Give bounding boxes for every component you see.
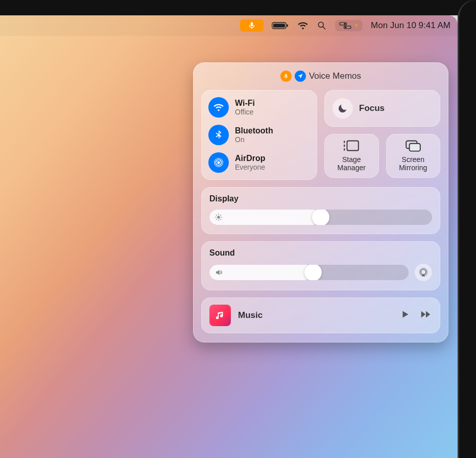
- svg-rect-13: [344, 145, 345, 147]
- microphone-pill-icon: [280, 71, 292, 82]
- svg-point-27: [421, 269, 426, 274]
- sound-block: Sound: [201, 241, 440, 290]
- airplay-icon: [418, 267, 429, 278]
- bluetooth-title: Bluetooth: [235, 126, 273, 135]
- music-app-icon: [209, 305, 231, 326]
- connectivity-tile: Wi-Fi Office Bluetooth On: [201, 90, 317, 180]
- bluetooth-status: On: [235, 135, 273, 144]
- bluetooth-icon: [208, 125, 229, 145]
- wifi-title: Wi-Fi: [235, 99, 255, 108]
- forward-icon: [419, 309, 432, 320]
- now-playing-title: Music: [238, 310, 392, 320]
- play-icon: [399, 309, 411, 320]
- svg-point-3: [318, 22, 323, 27]
- next-track-button[interactable]: [419, 309, 432, 322]
- now-playing-tile[interactable]: Music: [201, 297, 440, 333]
- svg-point-6: [344, 23, 345, 25]
- location-pill-icon: [295, 71, 306, 82]
- menu-bar: Mon Jun 10 9:41 AM: [0, 15, 458, 36]
- screen-mirroring-icon: [404, 139, 422, 152]
- spotlight-icon[interactable]: [317, 20, 327, 31]
- svg-rect-1: [273, 24, 285, 28]
- display-label: Display: [209, 194, 432, 203]
- location-arrow-icon: [353, 23, 359, 28]
- microphone-icon: [247, 21, 256, 30]
- svg-rect-12: [344, 141, 345, 143]
- sound-volume-slider[interactable]: [209, 265, 409, 280]
- focus-title: Focus: [359, 103, 385, 113]
- svg-line-24: [220, 219, 221, 219]
- control-center-panel: Voice Memos Wi-Fi Office: [193, 62, 448, 342]
- svg-line-25: [216, 219, 217, 219]
- stage-manager-icon: [343, 139, 360, 152]
- svg-rect-14: [344, 148, 345, 150]
- svg-rect-15: [347, 141, 359, 150]
- airdrop-icon: [208, 152, 229, 173]
- wifi-status: Office: [235, 108, 255, 116]
- airdrop-control[interactable]: AirDrop Everyone: [208, 152, 310, 173]
- active-media-header[interactable]: Voice Memos: [201, 70, 440, 83]
- svg-point-18: [217, 216, 220, 218]
- menu-bar-datetime[interactable]: Mon Jun 10 9:41 AM: [371, 20, 450, 31]
- battery-icon[interactable]: [272, 21, 289, 30]
- moon-icon: [332, 98, 353, 119]
- airdrop-title: AirDrop: [235, 154, 266, 163]
- bluetooth-control[interactable]: Bluetooth On: [208, 125, 310, 145]
- svg-line-26: [220, 215, 221, 215]
- screen-mirroring-label: Screen Mirroring: [399, 155, 427, 172]
- svg-rect-2: [287, 24, 288, 27]
- wifi-icon[interactable]: [297, 20, 308, 31]
- play-button[interactable]: [399, 309, 411, 322]
- control-center-icon: [339, 22, 351, 29]
- svg-point-9: [217, 161, 220, 164]
- airdrop-status: Everyone: [235, 163, 266, 171]
- svg-rect-17: [409, 144, 420, 151]
- wifi-control[interactable]: Wi-Fi Office: [208, 97, 310, 118]
- stage-manager-label: Stage Manager: [338, 155, 366, 172]
- display-block: Display: [201, 187, 440, 234]
- active-media-label: Voice Memos: [309, 71, 361, 81]
- airplay-audio-button[interactable]: [415, 264, 432, 281]
- svg-point-8: [345, 27, 346, 28]
- display-brightness-slider[interactable]: [209, 210, 432, 225]
- svg-line-4: [323, 27, 325, 29]
- wifi-icon: [208, 97, 229, 118]
- screen-mirroring-control[interactable]: Screen Mirroring: [386, 134, 441, 178]
- speaker-icon: [215, 268, 224, 277]
- focus-control[interactable]: Focus: [324, 90, 440, 127]
- microphone-indicator[interactable]: [240, 19, 264, 32]
- stage-manager-control[interactable]: Stage Manager: [324, 134, 379, 178]
- sound-label: Sound: [209, 248, 432, 258]
- control-center-toggle[interactable]: [335, 20, 363, 31]
- svg-line-23: [216, 215, 217, 215]
- sun-icon: [215, 213, 223, 221]
